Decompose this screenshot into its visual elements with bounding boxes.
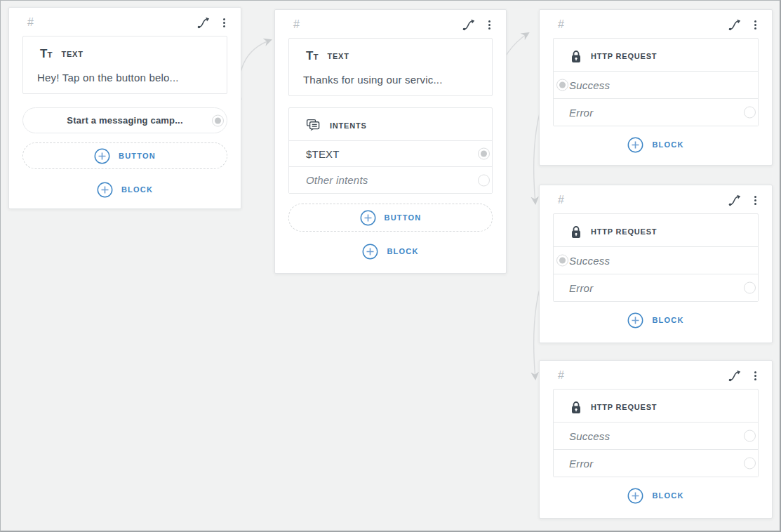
text-icon: TT (40, 47, 52, 61)
error-row[interactable]: Error (554, 449, 758, 477)
add-block-label: BLOCK (652, 316, 683, 324)
text-element[interactable]: TT TEXT Hey! Tap on the button belo... (22, 36, 227, 94)
success-row-label: Success (569, 79, 610, 91)
success-row-label: Success (569, 255, 610, 267)
error-row-label: Error (569, 282, 593, 294)
card-header: # (22, 13, 227, 32)
error-row-label: Error (569, 458, 593, 470)
success-connector-radio[interactable] (744, 430, 756, 442)
add-block-button[interactable]: BLOCK (553, 487, 759, 504)
add-button-button[interactable]: BUTTON (22, 142, 227, 169)
card-id-placeholder: # (293, 19, 300, 30)
card-header: # (553, 191, 759, 209)
flow-card-http-3: # HTTP REQUEST Success Error (539, 360, 773, 519)
http-request-element[interactable]: HTTP REQUEST Success Error (553, 213, 759, 302)
error-connector-radio[interactable] (744, 282, 756, 294)
card-id-placeholder: # (558, 194, 564, 206)
connection-icon[interactable] (462, 19, 476, 31)
error-row[interactable]: Error (554, 98, 758, 126)
http-request-label: HTTP REQUEST (591, 227, 657, 236)
connector-start-to-intents (239, 40, 271, 100)
kebab-menu-icon[interactable] (752, 20, 759, 30)
intents-icon (306, 119, 321, 133)
add-block-button[interactable]: BLOCK (288, 243, 493, 260)
http-request-head: HTTP REQUEST (554, 39, 758, 71)
error-row-label: Error (569, 107, 593, 119)
success-row[interactable]: Success (554, 246, 758, 274)
card-header: # (553, 366, 759, 385)
kebab-menu-icon[interactable] (752, 371, 759, 381)
text-element-label: TEXT (327, 52, 349, 60)
add-block-label: BLOCK (387, 247, 418, 255)
intents-element[interactable]: INTENTS $TEXT Other intents (288, 107, 493, 194)
flow-card-intents: # TT TEXT Thanks for using our servic...… (274, 9, 507, 274)
intent-row-label: Other intents (306, 174, 368, 186)
flow-card-http-2: # HTTP REQUEST Success Error (539, 185, 773, 343)
card-header-icons (728, 19, 759, 31)
text-element-head: TT TEXT (289, 39, 492, 71)
text-element-content: Thanks for using our servic... (289, 71, 492, 95)
kebab-menu-icon[interactable] (752, 195, 759, 206)
intents-element-label: INTENTS (330, 121, 367, 130)
add-button-button[interactable]: BUTTON (288, 204, 493, 232)
campaign-connector-radio[interactable] (212, 114, 224, 126)
card-header-icons (728, 370, 759, 382)
card-header-icons (462, 19, 493, 31)
intent-connector-radio[interactable] (478, 174, 490, 186)
connection-icon[interactable] (197, 17, 211, 29)
intent-row[interactable]: $TEXT (289, 140, 492, 166)
plus-circle-icon (627, 312, 643, 328)
text-icon: TT (306, 49, 318, 63)
success-connector-radio[interactable] (556, 79, 568, 91)
card-id-placeholder: # (558, 370, 564, 381)
error-connector-radio[interactable] (744, 458, 756, 470)
add-block-button[interactable]: BLOCK (553, 136, 759, 153)
card-header-icons (728, 194, 759, 206)
plus-circle-icon (362, 244, 378, 260)
intent-row[interactable]: Other intents (289, 166, 492, 193)
card-id-placeholder: # (558, 19, 564, 30)
connection-icon[interactable] (728, 194, 742, 206)
connection-icon[interactable] (728, 370, 742, 382)
campaign-button-label: Start a messaging camp... (67, 115, 182, 126)
flow-card-http-1: # HTTP REQUEST Success Error (539, 9, 773, 166)
lock-icon (570, 50, 582, 63)
add-button-label: BUTTON (119, 152, 156, 160)
intents-element-head: INTENTS (289, 108, 492, 140)
flow-card-start: # TT TEXT Hey! Tap on the button belo...… (8, 7, 241, 209)
intent-row-label: $TEXT (306, 148, 340, 160)
intent-connector-radio[interactable] (478, 148, 490, 160)
plus-circle-icon (360, 210, 376, 226)
success-connector-radio[interactable] (556, 255, 568, 267)
add-block-label: BLOCK (652, 140, 683, 149)
http-request-label: HTTP REQUEST (591, 403, 657, 411)
success-row[interactable]: Success (554, 71, 758, 98)
plus-circle-icon (94, 148, 110, 164)
add-block-button[interactable]: BLOCK (22, 181, 227, 198)
http-request-element[interactable]: HTTP REQUEST Success Error (553, 38, 759, 126)
card-header-icons (197, 17, 227, 29)
campaign-button[interactable]: Start a messaging camp... (22, 107, 227, 133)
http-request-element[interactable]: HTTP REQUEST Success Error (553, 389, 759, 477)
error-row[interactable]: Error (554, 274, 758, 301)
plus-circle-icon (627, 137, 643, 153)
add-block-button[interactable]: BLOCK (553, 312, 759, 328)
plus-circle-icon (627, 488, 643, 504)
success-row-label: Success (569, 430, 610, 442)
add-button-label: BUTTON (385, 213, 422, 222)
http-request-head: HTTP REQUEST (554, 390, 758, 422)
card-header: # (288, 15, 493, 34)
add-block-label: BLOCK (652, 491, 683, 500)
kebab-menu-icon[interactable] (221, 18, 227, 28)
text-element[interactable]: TT TEXT Thanks for using our servic... (288, 38, 493, 96)
text-element-head: TT TEXT (23, 36, 227, 69)
success-row[interactable]: Success (554, 422, 758, 449)
flow-canvas: # TT TEXT Hey! Tap on the button belo...… (0, 0, 781, 532)
kebab-menu-icon[interactable] (486, 20, 493, 30)
lock-icon (570, 225, 582, 239)
http-request-label: HTTP REQUEST (591, 52, 657, 60)
connection-icon[interactable] (728, 19, 742, 31)
http-request-head: HTTP REQUEST (554, 214, 758, 246)
error-connector-radio[interactable] (744, 107, 756, 119)
text-element-content: Hey! Tap on the button belo... (23, 69, 227, 93)
